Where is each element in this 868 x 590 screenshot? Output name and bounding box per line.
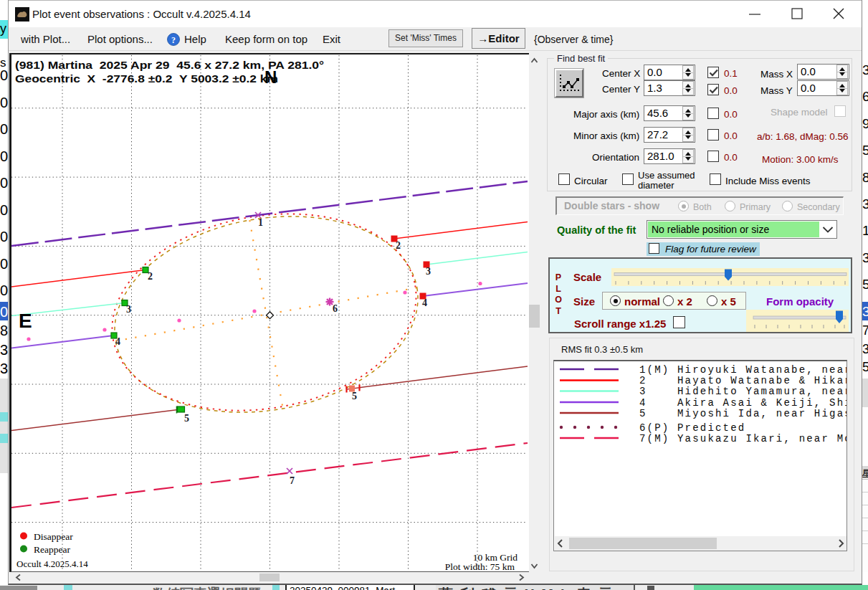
svg-text:7: 7 [290,475,295,486]
svg-text:4: 4 [115,336,120,347]
svg-text:5: 5 [352,391,357,401]
svg-text:1: 1 [258,217,263,228]
svg-text:4 Akira Asai & Keiji, Shi: 4 Akira Asai & Keiji, Shi [639,397,846,409]
svg-text:Occult 4.2025.4.14: Occult 4.2025.4.14 [16,558,88,569]
svg-text:2: 2 [396,240,401,251]
svg-text:Plot width: 75 km: Plot width: 75 km [445,561,515,572]
svg-text:4: 4 [422,298,427,308]
svg-text:6(P) Predicted: 6(P) Predicted [639,422,745,434]
svg-text:Disappear: Disappear [34,531,73,542]
svg-text:1(M) Hiroyuki Watanabe, near: 1(M) Hiroyuki Watanabe, near [639,364,846,376]
svg-text:2: 2 [148,271,153,282]
svg-text:3: 3 [126,304,131,315]
svg-text:5: 5 [184,413,189,424]
svg-text:2 Hayato Watanabe & Hikar: 2 Hayato Watanabe & Hikar [639,375,846,386]
svg-text:3: 3 [426,266,431,277]
svg-text:E: E [19,310,32,332]
svg-text:?: ? [171,35,176,45]
svg-text:(981) Martina 2025 Apr 29 45: (981) Martina 2025 Apr 29 45.6 x 27.2 km… [15,59,324,71]
svg-text:5 Miyoshi Ida, near Higas: 5 Miyoshi Ida, near Higas [639,408,846,419]
svg-text:Geocentric X -2776.8 ±0.2 Y: Geocentric X -2776.8 ±0.2 Y 5003.2 ±0.2 … [15,72,278,85]
svg-text:6: 6 [333,303,338,314]
svg-text:Reappear: Reappear [34,544,70,555]
svg-text:3 Hidehito Yamamura, near: 3 Hidehito Yamamura, near [639,386,846,397]
svg-text:7(M) Yasukazu Ikari, near Mo: 7(M) Yasukazu Ikari, near Mo [639,433,846,444]
